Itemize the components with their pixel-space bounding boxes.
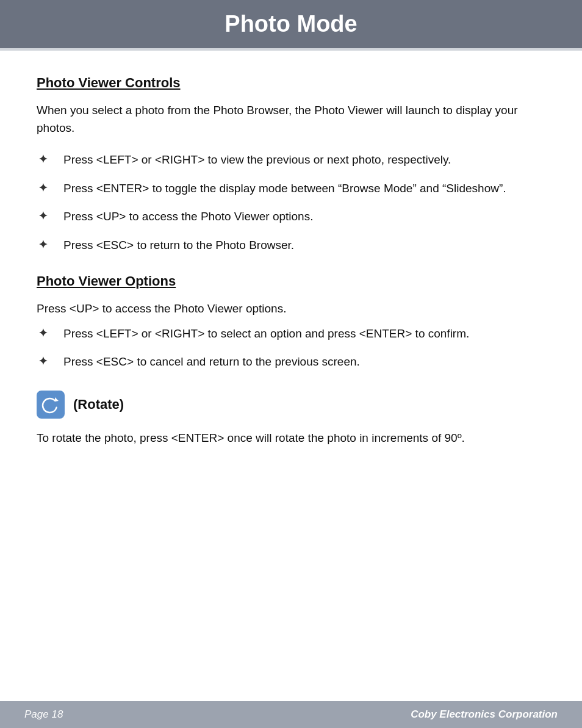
rotate-heading-row: (Rotate) xyxy=(37,391,545,419)
section1-heading: Photo Viewer Controls xyxy=(37,75,545,91)
svg-marker-0 xyxy=(55,397,59,402)
bullet-icon: ✦ xyxy=(37,326,49,340)
list-item: ✦ Press <ESC> to cancel and return to th… xyxy=(37,353,545,371)
section2-intro: Press <UP> to access the Photo Viewer op… xyxy=(37,300,545,318)
section-viewer-options: Photo Viewer Options Press <UP> to acces… xyxy=(37,273,545,371)
bullet-text: Press <ESC> to return to the Photo Brows… xyxy=(63,237,294,254)
bullet-icon: ✦ xyxy=(37,355,49,368)
rotate-label: (Rotate) xyxy=(73,397,124,413)
section2-bullet-list: ✦ Press <LEFT> or <RIGHT> to select an o… xyxy=(37,325,545,371)
rotate-icon xyxy=(37,391,65,419)
list-item: ✦ Press <UP> to access the Photo Viewer … xyxy=(37,208,545,226)
bullet-text: Press <LEFT> or <RIGHT> to view the prev… xyxy=(63,151,451,169)
bullet-icon: ✦ xyxy=(37,153,49,166)
footer-page-number: Page 18 xyxy=(24,708,63,721)
bullet-icon: ✦ xyxy=(37,181,49,195)
page-header: Photo Mode xyxy=(0,0,582,48)
bullet-text: Press <LEFT> or <RIGHT> to select an opt… xyxy=(63,325,469,343)
bullet-text: Press <ESC> to cancel and return to the … xyxy=(63,353,360,371)
list-item: ✦ Press <LEFT> or <RIGHT> to view the pr… xyxy=(37,151,545,169)
bullet-icon: ✦ xyxy=(37,238,49,251)
section2-heading: Photo Viewer Options xyxy=(37,273,545,289)
section1-intro: When you select a photo from the Photo B… xyxy=(37,102,545,137)
rotate-description: To rotate the photo, press <ENTER> once … xyxy=(37,430,545,447)
page-title: Photo Mode xyxy=(225,11,357,37)
section1-bullet-list: ✦ Press <LEFT> or <RIGHT> to view the pr… xyxy=(37,151,545,254)
section-viewer-controls: Photo Viewer Controls When you select a … xyxy=(37,75,545,254)
bullet-text: Press <UP> to access the Photo Viewer op… xyxy=(63,208,313,226)
list-item: ✦ Press <ENTER> to toggle the display mo… xyxy=(37,180,545,198)
section-rotate: (Rotate) To rotate the photo, press <ENT… xyxy=(37,391,545,447)
main-content: Photo Viewer Controls When you select a … xyxy=(0,51,582,701)
bullet-text: Press <ENTER> to toggle the display mode… xyxy=(63,180,506,198)
list-item: ✦ Press <ESC> to return to the Photo Bro… xyxy=(37,237,545,254)
bullet-icon: ✦ xyxy=(37,209,49,223)
footer-company-name: Coby Electronics Corporation xyxy=(411,708,558,721)
list-item: ✦ Press <LEFT> or <RIGHT> to select an o… xyxy=(37,325,545,343)
page-footer: Page 18 Coby Electronics Corporation xyxy=(0,701,582,728)
